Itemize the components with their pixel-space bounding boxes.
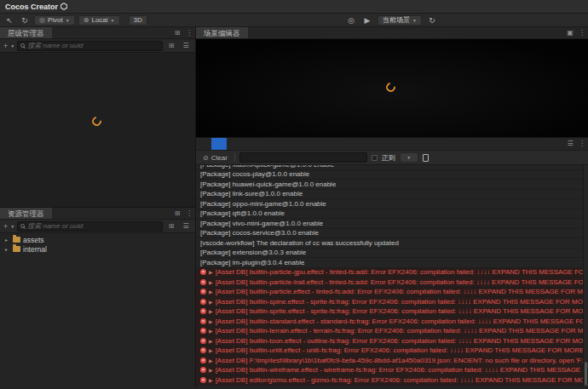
add-asset-icon[interactable]: + [3,220,8,233]
app-logo: Cocos Creator [0,3,72,11]
expand-log-icon[interactable]: ▶ [209,289,213,295]
asset-tree-item[interactable]: ▸ internal [0,244,195,254]
log-row[interactable]: × ▶ [Package] cocos-service@3.0.0 enable [196,229,588,239]
play-controls: ◎ ▶ 当前场景 ▼ ↻ [345,14,438,26]
tab-hierarchy[interactable]: 层级管理器 [0,27,52,38]
log-row[interactable]: × ▶ [Asset DB] editor/gizmo.effect - giz… [196,375,588,386]
log-row[interactable]: × ▶ [Package] oppo-mini-game@1.0.0 enabl… [196,199,588,209]
log-row[interactable]: × ▶ [Asset DB] builtin-particle.effect -… [196,288,588,298]
log-message: [Package] link-sure@1.0.0 enable [200,190,303,197]
chevron-down-icon[interactable]: ▼ [10,43,14,49]
error-icon: × [200,269,206,275]
error-icon: × [200,308,206,314]
console-tab[interactable] [196,138,211,150]
clear-button[interactable]: ⊘ Clear [200,152,230,163]
log-message: [Asset DB] builtin-wireframe.effect - wi… [216,366,584,374]
build-icon[interactable]: ◎ [345,14,357,26]
maximize-icon[interactable]: ▣ [564,27,576,38]
log-row[interactable]: × ▶ [Package] link-sure@1.0.0 enable [196,190,588,200]
local-label: Local [91,16,107,25]
expand-collapse-icon[interactable]: ⊞ [165,220,177,232]
hierarchy-search-input[interactable] [27,42,159,49]
log-message: [Asset DB] builtin-spine.effect - sprite… [216,298,584,306]
pivot-button[interactable]: ◎ Pivot ▼ [34,15,75,26]
log-message: [Package] vivo-mini-game@1.0.0 enable [200,220,323,227]
local-button[interactable]: ⊕ Local ▼ [78,15,120,26]
log-message: [Package] qtt@1.0.0 enable [200,209,285,217]
log-row[interactable]: × ▶ [Asset DB] builtin-wireframe.effect … [196,366,588,376]
expand-log-icon[interactable]: ▶ [209,367,213,373]
expand-log-icon[interactable]: ▶ [209,338,213,344]
error-icon: × [200,328,206,334]
rotate-tool-icon[interactable]: ↻ [19,14,31,26]
log-message: [Asset DB] builtin-particle-gpu.effect -… [216,268,584,276]
log-row[interactable]: × ▶ [Package] extension@3.0.3 enable [196,249,588,259]
log-row[interactable]: × ▶ [Asset DB] builtin-particle-trail.ef… [196,277,588,288]
expand-log-icon[interactable]: ▶ [209,308,213,314]
scene-select-label: 当前场景 [383,16,410,25]
expand-log-icon[interactable]: ▶ [209,269,213,275]
log-row[interactable]: × ▶ [Asset DB] F:\tmp\test\library\1b\1b… [196,356,588,366]
expand-log-icon[interactable]: ▶ [209,299,213,305]
refresh-icon[interactable]: ↻ [426,14,438,26]
log-row[interactable]: × ▶ [Asset DB] builtin-sprite.effect - s… [196,307,588,317]
tab-scene[interactable]: 场景编辑器 [196,27,248,38]
tab-assets[interactable]: 资源管理器 [0,208,52,219]
assets-searchbox [17,221,163,232]
expand-log-icon[interactable]: ▶ [209,279,213,285]
log-level-dropdown[interactable]: ▼ [400,152,418,163]
log-row[interactable]: × ▶ [Asset DB] builtin-particle-gpu.effe… [196,268,588,278]
expand-log-icon[interactable]: ▶ [209,377,213,383]
scene-viewport[interactable] [196,39,588,137]
expand-log-icon[interactable]: ▶ [209,328,213,334]
panel-menu-icon[interactable]: ⋮ [183,27,195,38]
select-tool-icon[interactable]: ↖ [3,14,15,26]
expand-log-icon[interactable]: ▶ [209,358,213,363]
regex-checkbox[interactable] [372,155,378,161]
log-row[interactable]: × ▶ [Asset DB] builtin-toon.effect - out… [196,336,588,346]
error-icon: × [200,338,206,344]
play-icon[interactable]: ▶ [361,14,373,26]
log-row[interactable]: × ▶ [Package] im-plugin@3.0.4 enable [196,258,588,268]
expand-all-icon[interactable]: ⊞ [171,27,183,38]
menubar: Cocos Creator [0,0,588,14]
asset-folder-label: internal [23,245,47,254]
log-row[interactable]: × ▶ [Package] vivo-mini-game@1.0.0 enabl… [196,219,588,229]
log-row[interactable]: × ▶ [Asset DB] builtin-terrain.effect - … [196,327,588,337]
tree-expand-icon[interactable]: ▸ [5,246,10,252]
log-row[interactable]: × ▶ [Package] huawei-quick-game@1.0.0 en… [196,180,588,190]
tree-expand-icon[interactable]: ▸ [5,237,10,243]
mode-3d-button[interactable]: 3D [129,15,147,26]
expand-all-icon[interactable]: ⊞ [171,208,183,219]
loading-spinner [384,80,397,93]
chevron-down-icon[interactable]: ▼ [10,224,14,229]
log-row[interactable]: × ▶ [Package] qtt@1.0.0 enable [196,209,588,220]
log-message: [Package] cocos-service@3.0.0 enable [200,229,319,237]
expand-log-icon[interactable]: ▶ [209,347,213,353]
console-tab[interactable] [211,138,227,150]
list-options-icon[interactable]: ☰ [180,40,192,52]
panel-menu-icon[interactable]: ⋮ [576,27,588,38]
log-row[interactable]: × ▶ [Asset DB] builtin-spine.effect - sp… [196,297,588,307]
log-row[interactable]: × ▶ [vscode-workflow] The declaration of… [196,238,588,249]
scrollbar-thumb[interactable] [585,362,587,386]
spacer [52,27,172,38]
log-message: [Asset DB] builtin-particle-trail.effect… [216,278,584,286]
scene-select-dropdown[interactable]: 当前场景 ▼ [378,15,422,26]
panel-menu-icon[interactable]: ⋮ [183,208,195,219]
panel-menu-icon[interactable]: ⋮ [576,138,588,150]
expand-collapse-icon[interactable]: ⊞ [165,40,177,52]
log-row[interactable]: × ▶ [Asset DB] builtin-unlit.effect - un… [196,346,588,357]
list-options-icon[interactable]: ☰ [180,220,192,232]
layout-icon[interactable]: ☰ [564,138,576,150]
hierarchy-panel: 层级管理器 ⊞ ⋮ + ▼ ⊞ ☰ [0,27,195,208]
expand-log-icon[interactable]: ▶ [209,318,213,324]
assets-search-input[interactable] [27,222,159,230]
asset-tree-item[interactable]: ▸ assets [0,235,195,244]
add-node-icon[interactable]: + [3,39,8,53]
console-filter-input[interactable] [243,154,364,162]
console-tab[interactable] [227,138,242,150]
log-row[interactable]: × ▶ [Package] cocos-play@1.0.0 enable [196,170,588,180]
export-log-icon[interactable] [423,154,429,162]
log-row[interactable]: × ▶ [Asset DB] builtin-standard.effect -… [196,317,588,327]
